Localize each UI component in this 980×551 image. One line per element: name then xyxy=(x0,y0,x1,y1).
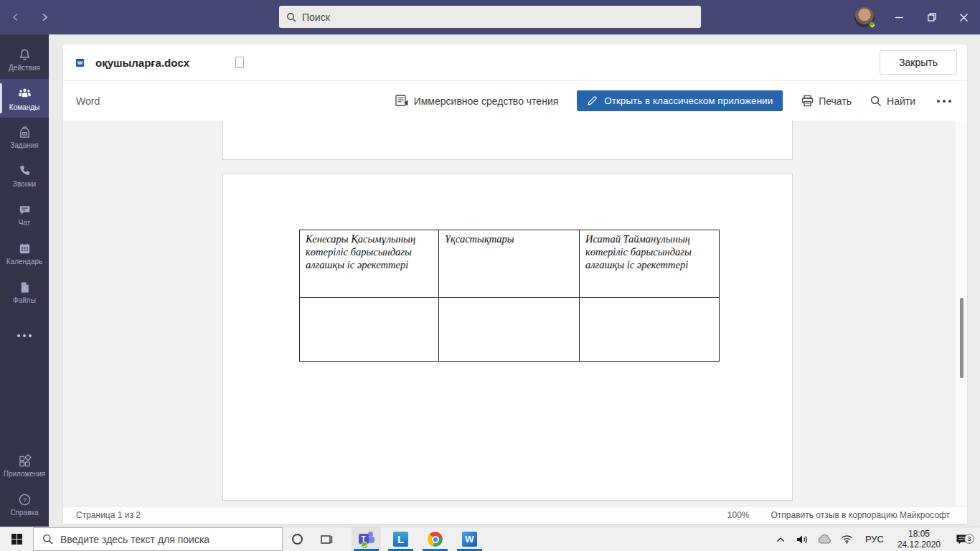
document-header: W оқушыларға.docx Закрыть xyxy=(63,44,967,81)
find-button[interactable]: Найти xyxy=(870,95,915,107)
user-avatar[interactable] xyxy=(854,7,875,27)
table-body-cell xyxy=(439,298,580,362)
print-label: Печать xyxy=(819,95,852,107)
sidebar-item-chat[interactable]: Чат xyxy=(0,195,49,234)
backpack-icon xyxy=(18,126,32,139)
sidebar-item-label: Звонки xyxy=(13,180,36,188)
minimize-button[interactable] xyxy=(883,0,915,34)
search-icon xyxy=(42,534,53,545)
restore-icon xyxy=(928,13,936,22)
l-app-icon: L xyxy=(393,532,408,547)
start-button[interactable] xyxy=(0,527,33,551)
notification-badge: 3 xyxy=(964,534,974,544)
clock-time: 18:05 xyxy=(897,529,941,540)
close-document-button[interactable]: Закрыть xyxy=(880,50,957,75)
toolbar-more-button[interactable] xyxy=(934,95,954,107)
chevron-left-icon xyxy=(11,13,20,22)
forward-button[interactable] xyxy=(34,7,55,27)
teams-sidebar: Действия Команды Задания Звонки Чат Кале… xyxy=(0,34,49,527)
speaker-icon xyxy=(796,534,809,545)
volume-button[interactable] xyxy=(794,534,811,545)
minimize-icon xyxy=(895,14,903,22)
find-label: Найти xyxy=(887,95,915,107)
document-statusbar: Страница 1 из 2 100% Отправить отзыв в к… xyxy=(63,506,967,524)
restore-button[interactable] xyxy=(915,0,948,34)
sidebar-item-label: Календарь xyxy=(6,258,42,265)
system-tray: РУС 18:05 24.12.2020 3 xyxy=(772,527,980,551)
table-header-cell: Ұқсастықтары xyxy=(439,230,580,298)
main-area: W оқушыларға.docx Закрыть Word Иммерсивн… xyxy=(49,34,980,527)
document-viewer-card: W оқушыларға.docx Закрыть Word Иммерсивн… xyxy=(63,44,967,524)
scrollbar-thumb[interactable] xyxy=(960,298,963,378)
taskbar-l-app-button[interactable]: L xyxy=(386,527,415,551)
pencil-icon xyxy=(587,95,598,106)
taskbar-search-box[interactable] xyxy=(33,527,283,551)
clock[interactable]: 18:05 24.12.2020 xyxy=(893,529,945,550)
cloud-icon xyxy=(818,534,832,544)
word-app-icon: W xyxy=(462,532,477,547)
presence-available-icon xyxy=(868,21,876,29)
task-view-icon xyxy=(321,534,334,545)
tray-expand-button[interactable] xyxy=(772,537,789,542)
word-file-icon: W xyxy=(76,57,88,69)
apps-icon xyxy=(18,454,32,468)
task-view-button[interactable] xyxy=(312,527,341,551)
bell-icon xyxy=(18,48,32,62)
teams-people-icon xyxy=(17,86,32,101)
open-in-desktop-button[interactable]: Открыть в классическом приложении xyxy=(577,90,783,111)
printer-icon xyxy=(801,95,814,107)
sidebar-more-apps-button[interactable] xyxy=(0,321,49,350)
taskbar-chrome-button[interactable] xyxy=(420,527,450,551)
sidebar-item-label: Приложения xyxy=(4,470,46,478)
document-table: Кенесары Қасымұлының көтеріліс барысында… xyxy=(299,230,720,362)
table-header-cell: Кенесары Қасымұлының көтеріліс барысында… xyxy=(300,230,439,298)
sidebar-item-calls[interactable]: Звонки xyxy=(0,156,49,195)
chrome-icon xyxy=(428,532,443,547)
document-page-2: Кенесары Қасымұлының көтеріліс барысында… xyxy=(222,174,793,501)
teams-search-input[interactable] xyxy=(302,11,675,23)
word-app-label: Word xyxy=(76,95,100,107)
onedrive-button[interactable] xyxy=(816,534,834,544)
table-body-cell xyxy=(580,298,720,362)
language-indicator[interactable]: РУС xyxy=(861,534,888,545)
search-icon xyxy=(286,12,296,22)
sidebar-item-label: Чат xyxy=(19,219,31,227)
chevron-up-icon xyxy=(776,537,785,542)
taskbar-search-input[interactable] xyxy=(60,534,261,545)
scrollbar-track[interactable] xyxy=(956,121,967,506)
taskbar-teams-button[interactable]: T xyxy=(352,527,381,551)
cortana-button[interactable] xyxy=(283,527,312,551)
back-button[interactable] xyxy=(6,7,26,27)
more-options-icon xyxy=(17,334,32,337)
teams-app-icon: T xyxy=(359,532,374,547)
close-window-button[interactable] xyxy=(948,0,980,34)
sidebar-item-label: Команды xyxy=(9,103,39,111)
table-body-cell xyxy=(300,298,439,362)
help-icon: ? xyxy=(18,493,32,507)
document-canvas[interactable]: Кенесары Қасымұлының көтеріліс барысында… xyxy=(63,121,956,506)
sidebar-item-label: Справка xyxy=(10,509,38,517)
clock-date: 24.12.2020 xyxy=(897,540,941,550)
sidebar-item-activity[interactable]: Действия xyxy=(0,40,49,79)
immersive-reader-button[interactable]: Иммерсивное средство чтения xyxy=(395,95,559,107)
sidebar-item-files[interactable]: Файлы xyxy=(0,273,49,311)
chat-icon xyxy=(18,203,32,217)
magnifier-icon xyxy=(870,95,882,107)
close-icon xyxy=(960,14,968,22)
sidebar-item-teams[interactable]: Команды xyxy=(0,79,49,118)
sidebar-item-assignments[interactable]: Задания xyxy=(0,118,49,156)
sidebar-item-label: Файлы xyxy=(13,296,36,304)
sidebar-item-help[interactable]: ? Справка xyxy=(0,485,49,524)
more-options-icon xyxy=(937,100,951,103)
taskbar-word-button[interactable]: W xyxy=(455,527,484,551)
teams-titlebar xyxy=(0,0,980,34)
network-button[interactable] xyxy=(839,534,856,544)
sidebar-item-calendar[interactable]: Календарь xyxy=(0,234,49,273)
action-center-button[interactable]: 3 xyxy=(950,534,974,545)
immersive-reader-label: Иммерсивное средство чтения xyxy=(414,95,559,107)
teams-search-box[interactable] xyxy=(279,6,701,28)
print-button[interactable]: Печать xyxy=(801,95,852,107)
zoom-level[interactable]: 100% xyxy=(727,510,750,520)
feedback-link[interactable]: Отправить отзыв в корпорацию Майкрософт xyxy=(771,510,950,520)
sidebar-item-apps[interactable]: Приложения xyxy=(0,446,49,485)
